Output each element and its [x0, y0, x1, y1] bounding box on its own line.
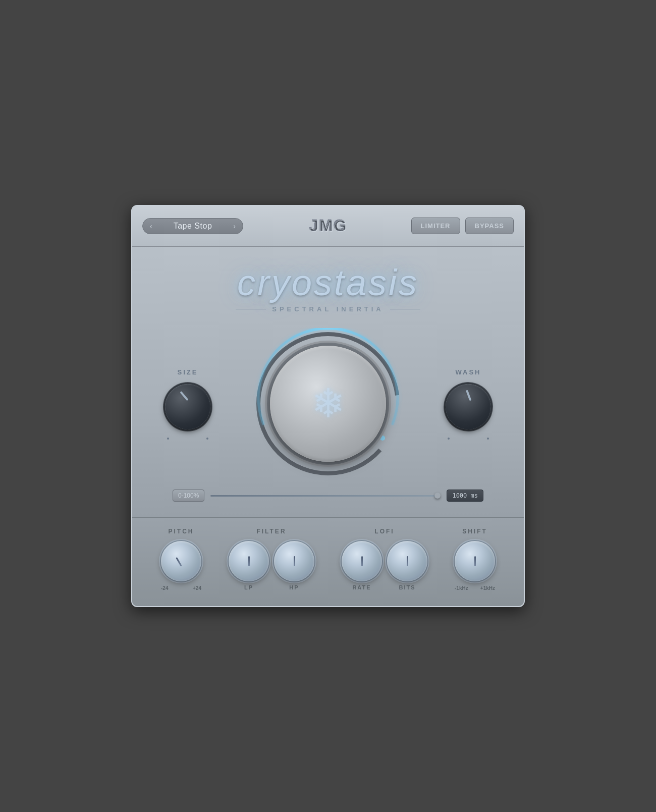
shift-knob[interactable]	[455, 541, 495, 581]
wash-knob-dots	[446, 438, 491, 440]
size-knob[interactable]	[165, 384, 210, 429]
pitch-range-labels: -24 +24	[161, 585, 201, 591]
filter-hp-indicator	[294, 556, 295, 566]
slider-thumb[interactable]	[434, 493, 441, 499]
filter-lp-label: LP	[244, 584, 253, 590]
limiter-button[interactable]: LIMITER	[411, 218, 460, 234]
dot-left	[167, 438, 169, 440]
slider-min-label: 0-100%	[173, 490, 204, 502]
lofi-rate-label: RATE	[352, 584, 371, 590]
filter-knobs-row: LP HP	[229, 541, 314, 590]
header-buttons: LIMITER BYPASS	[411, 218, 514, 234]
filter-group: FILTER LP HP	[229, 528, 314, 590]
slider-area: 0-100% 1000 ms	[173, 490, 483, 502]
center-knob-container: ❄	[223, 328, 433, 479]
shift-range-labels: -1kHz +1kHz	[455, 585, 495, 591]
size-label: SIZE	[178, 368, 198, 376]
logo: JMG	[307, 214, 347, 238]
plugin-title: cryostasis	[152, 262, 504, 303]
dot-left	[448, 438, 450, 440]
size-knob-dots	[165, 438, 210, 440]
lofi-bits-indicator	[407, 556, 408, 566]
bypass-button[interactable]: BYPASS	[465, 218, 514, 234]
lofi-rate-knob[interactable]	[342, 541, 382, 581]
size-knob-container: SIZE	[152, 368, 223, 440]
lofi-group: LOFI RATE BITS	[342, 528, 427, 590]
lofi-knobs-row: RATE BITS	[342, 541, 427, 590]
pitch-group-label: PITCH	[169, 528, 194, 535]
main-section: cryostasis SPECTRAL INERTIA SIZE	[132, 247, 524, 517]
pitch-min-label: -24	[161, 585, 168, 591]
header: ‹ Tape Stop › JMG LIMITER BYPASS	[132, 206, 524, 247]
wash-label: WASH	[456, 368, 481, 376]
slider-value: 1000 ms	[447, 490, 483, 502]
lofi-rate-indicator	[361, 556, 363, 566]
lofi-bits-label: BITS	[399, 584, 415, 590]
main-knob[interactable]: ❄	[270, 346, 386, 462]
subtitle-text: SPECTRAL INERTIA	[272, 305, 384, 313]
shift-group: SHIFT -1kHz +1kHz	[455, 528, 495, 591]
lofi-group-label: LOFI	[374, 528, 394, 535]
filter-lp-indicator	[248, 556, 250, 566]
slider-track[interactable]	[210, 495, 441, 497]
shift-group-label: SHIFT	[462, 528, 487, 535]
filter-lp-knob[interactable]	[229, 541, 269, 581]
knob-area: SIZE	[152, 328, 504, 479]
lofi-bits-knob[interactable]	[387, 541, 427, 581]
pitch-max-label: +24	[193, 585, 201, 591]
shift-indicator	[474, 556, 476, 566]
big-knob-ring: ❄	[252, 328, 404, 479]
preset-name: Tape Stop	[174, 222, 212, 231]
wash-knob[interactable]	[439, 377, 497, 436]
plugin-name: cryostasis	[152, 262, 504, 303]
bottom-knobs-row: PITCH -24 +24 FILTER LP	[147, 528, 509, 591]
snowflake-icon: ❄	[311, 384, 345, 424]
plugin-container: ‹ Tape Stop › JMG LIMITER BYPASS cryosta…	[131, 205, 525, 607]
filter-hp-knob[interactable]	[274, 541, 314, 581]
filter-group-label: FILTER	[256, 528, 286, 535]
filter-hp-label: HP	[289, 584, 299, 590]
preset-next-button[interactable]: ›	[233, 222, 236, 230]
svg-text:JMG: JMG	[309, 216, 347, 234]
pitch-indicator	[176, 557, 182, 567]
dot-right	[487, 438, 489, 440]
subtitle: SPECTRAL INERTIA	[152, 305, 504, 313]
pitch-knob[interactable]	[161, 541, 201, 581]
svg-point-2	[380, 436, 385, 441]
bottom-section: PITCH -24 +24 FILTER LP	[132, 517, 524, 606]
preset-prev-button[interactable]: ‹	[150, 222, 152, 230]
shift-max-label: +1kHz	[480, 585, 495, 591]
preset-selector[interactable]: ‹ Tape Stop ›	[142, 218, 243, 234]
wash-knob-container: WASH	[433, 368, 504, 440]
pitch-group: PITCH -24 +24	[161, 528, 201, 591]
dot-right	[206, 438, 208, 440]
shift-min-label: -1kHz	[455, 585, 468, 591]
